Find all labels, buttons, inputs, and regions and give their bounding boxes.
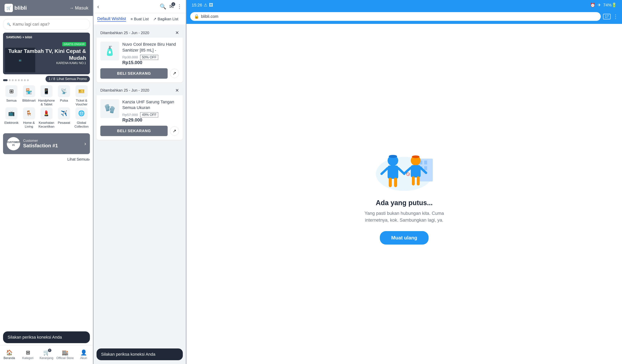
tab-count-badge[interactable]: 17 [603,14,611,19]
category-semua[interactable]: ⊞ Semua [3,85,20,107]
beli-sekarang-1-button[interactable]: BELI SEKARANG [100,68,168,79]
cat-icon-global: 🌐 [76,107,88,119]
cat-label-pesawat: Pesawat [58,121,70,125]
promo-page: 1 / 8 [49,77,55,81]
indicator-3 [12,79,14,81]
category-global[interactable]: 🌐 Global Collection [73,107,90,129]
lihat-semua-link[interactable]: Lihat Semua › [0,156,93,162]
masuk-button[interactable]: → Masuk [69,5,88,11]
share-product-1-button[interactable]: ↗ [170,69,179,78]
cat-label-kesehatan: Kesehatan Kecantikan [38,121,55,129]
svg-text:✕: ✕ [408,173,409,175]
category-handphone[interactable]: 📱 Handphone & Tablet [38,85,55,107]
connection-toast: Silakan periksa koneksi Anda [3,331,90,343]
logo-text: blibli [14,5,27,11]
banner-title: Tukar Tambah TV, Kini Cepat & Mudah [7,48,86,62]
status-bar: 15:26 ⚠ 🖼 ⏰ ✈ 74%🔋 [186,0,622,10]
battery-text: 74%🔋 [603,3,617,8]
kategori-icon: ⊞ [26,349,30,356]
nav-official-store[interactable]: 🏬 Official Store [56,345,74,364]
category-ticket[interactable]: 🎫 Ticket & Voucher [73,85,90,107]
tab-default-wishlist[interactable]: Default Wishlist [97,16,126,22]
category-bliblimart[interactable]: 🏪 Bliblimart [20,85,37,107]
image-icon: 🖼 [209,3,213,8]
url-text: blibli.com [201,14,218,19]
login-icon: → [69,5,74,11]
cat-label-home: Home & Living [20,121,37,129]
indicator-2 [9,79,11,81]
price-row-1: Rp30.000 50% OFF [122,55,179,60]
satisfaction-arrow-icon: › [84,141,86,147]
product-info-1: Nuvo Cool Breeze Biru Hand Sanitizer [85… [122,41,179,65]
p2-connection-toast: Silakan periksa koneksi Anda [97,348,183,360]
remove-item-1-button[interactable]: ✕ [175,30,179,36]
cat-label-bliblimart: Bliblimart [22,99,36,103]
bagikan-list-button[interactable]: ↗ Bagikan List [153,17,178,21]
cat-label-global: Global Collection [73,121,90,129]
product-name-1: Nuvo Cool Breeze Biru Hand Sanitizer [85… [122,41,179,53]
category-kesehatan[interactable]: 💄 Kesehatan Kecantikan [38,107,55,129]
nav-akun[interactable]: 👤 Akun [74,345,93,364]
cat-label-ticket: Ticket & Voucher [73,99,90,107]
no-internet-description: Yang pasti bukan hubungan kita. Cuma int… [357,210,452,224]
category-elektronik[interactable]: 📺 Elektronik [3,107,20,129]
share-icon: ↗ [153,17,156,21]
share-icon-2: ↗ [173,129,176,134]
lock-icon: 🔒 [194,14,199,19]
wishlist-header: ‹ 🔍 ✉ 0 ⋮ [94,0,186,13]
svg-rect-16 [413,156,419,158]
satisfaction-top: Customer [23,139,81,143]
satisfaction-text: Customer Satisfaction #1 [23,139,81,149]
arrow-icon: › [89,157,90,162]
notification-badge: 0 [172,2,175,6]
card-actions-2: BELI SEKARANG ↗ [100,126,179,136]
promo-banner[interactable]: SAMSUNG × blibli 📺 GRATIS ONGKIR Tukar T… [3,33,90,74]
original-price-1: Rp30.000 [122,55,138,59]
search-input[interactable] [13,22,86,27]
category-pesawat[interactable]: ✈️ Pesawat [56,107,72,129]
status-left: 15:26 ⚠ 🖼 [192,3,213,8]
cat-icon-kesehatan: 💄 [40,107,53,119]
category-home-living[interactable]: 🪑 Home & Living [20,107,37,129]
logo-icon: 🛒 [4,4,13,12]
beli-sekarang-2-button[interactable]: BELI SEKARANG [100,126,168,136]
browser-more-icon[interactable]: ⋮ [613,14,618,20]
card-body-1: 🧴 Nuvo Cool Breeze Biru Hand Sanitizer [… [97,38,183,82]
category-pulsa[interactable]: 📡 Pulsa [56,85,72,107]
nav-keranjang[interactable]: 🛒 0 Keranjang [37,345,56,364]
search-icon[interactable]: 🔍 [160,3,166,10]
promo-badge[interactable]: 1 / 8 Lihat Semua Promo [45,76,90,82]
url-bar[interactable]: 🔒 blibli.com [190,12,601,21]
sale-price-1: Rp15.000 [122,60,179,65]
wishlist-item-1: Ditambahkan 25 - Jun - 2020 ✕ 🧴 Nuvo Coo… [97,28,183,82]
notification-icon[interactable]: ✉ 0 [169,3,174,10]
promo-label: Lihat Semua Promo [57,77,87,81]
cart-badge-container: 🛒 0 [43,349,50,356]
cat-icon-pulsa: 📡 [58,85,70,97]
wishlist-items-list: Ditambahkan 25 - Jun - 2020 ✕ 🧴 Nuvo Coo… [94,25,186,364]
product-thumb-1: 🧴 [100,41,119,60]
product-row-1: 🧴 Nuvo Cool Breeze Biru Hand Sanitizer [… [100,41,179,65]
remove-item-2-button[interactable]: ✕ [175,88,179,93]
card-date-1: Ditambahkan 25 - Jun - 2020 [100,31,149,35]
buat-list-button[interactable]: ≡ Buat List [131,17,149,21]
svg-rect-9 [388,166,398,179]
more-icon[interactable]: ⋮ [177,3,182,10]
sale-price-2: Rp29.000 [122,117,179,123]
share-product-2-button[interactable]: ↗ [170,126,179,135]
banner-indicators [3,79,29,81]
svg-rect-8 [390,155,396,157]
indicator-8 [27,79,29,81]
indicator-6 [21,79,23,81]
satisfaction-bottom: Satisfaction #1 [23,143,81,149]
nav-kategori[interactable]: ⊞ Kategori [19,345,37,364]
search-bar[interactable]: 🔍 [3,19,90,30]
satisfaction-banner[interactable]: CUSTOMER #1 Customer Satisfaction #1 › [3,133,90,154]
nav-beranda[interactable]: 🏠 Beranda [0,345,19,364]
cat-icon-bliblimart: 🏪 [23,85,35,97]
svg-rect-12 [389,178,392,187]
blibli-logo: 🛒 blibli [4,4,27,12]
back-button[interactable]: ‹ [97,4,99,10]
banner-free-shipping: GRATIS ONGKIR [62,42,86,46]
reload-button[interactable]: Muat ulang [380,231,428,245]
